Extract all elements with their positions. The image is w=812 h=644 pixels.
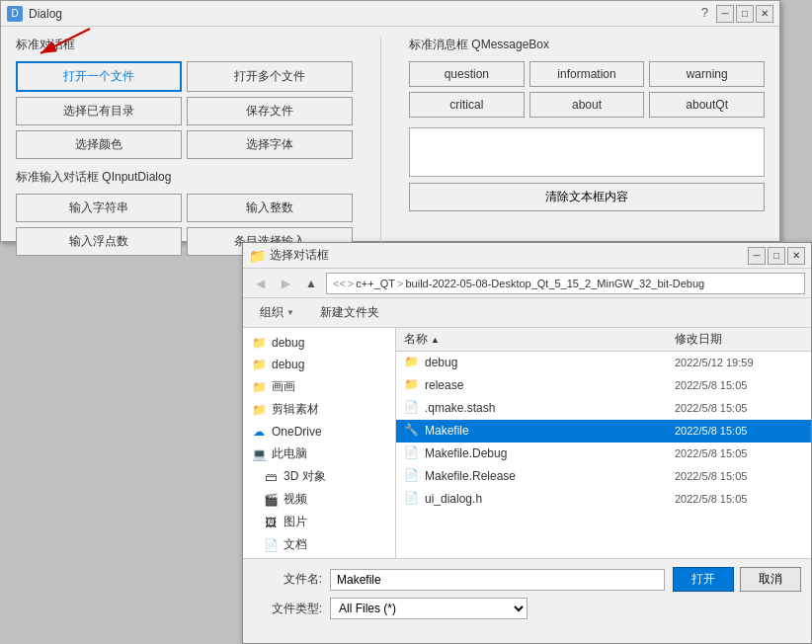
input-string-button[interactable]: 输入字符串 bbox=[16, 194, 182, 222]
file-date-qmake: 2022/5/8 15:05 bbox=[675, 402, 803, 414]
tree-item-debug2[interactable]: 📁 debug bbox=[243, 354, 395, 375]
filename-row: 文件名: 打开 取消 bbox=[253, 567, 801, 592]
question-button[interactable]: question bbox=[409, 61, 525, 87]
input-int-button[interactable]: 输入整数 bbox=[187, 194, 353, 222]
video-icon: 🎬 bbox=[263, 492, 279, 508]
file-dialog-controls: ─ □ ✕ bbox=[748, 247, 805, 265]
path-part-1: << bbox=[333, 278, 346, 289]
address-bar: ◀ ▶ ▲ << > c++_QT > build-2022-05-08-Des… bbox=[243, 269, 811, 298]
open-multi-file-button[interactable]: 打开多个文件 bbox=[187, 61, 353, 92]
nav-tree: 📁 debug 📁 debug 📁 画画 📁 剪辑素材 ☁ OneDrive 💻 bbox=[243, 328, 396, 558]
tree-item-debug1[interactable]: 📁 debug bbox=[243, 332, 395, 354]
tree-label-video: 视频 bbox=[284, 491, 307, 508]
file-row-qmake[interactable]: 📄 .qmake.stash 2022/5/8 15:05 bbox=[396, 397, 811, 420]
file-area: 📁 debug 📁 debug 📁 画画 📁 剪辑素材 ☁ OneDrive 💻 bbox=[243, 328, 811, 558]
file-row-release[interactable]: 📁 release 2022/5/8 15:05 bbox=[396, 374, 811, 397]
file-dialog-maximize[interactable]: □ bbox=[768, 247, 785, 265]
sort-arrow: ▲ bbox=[431, 335, 440, 345]
tree-item-thispc[interactable]: 💻 此电脑 bbox=[243, 443, 395, 465]
open-button[interactable]: 打开 bbox=[673, 567, 734, 592]
information-button[interactable]: information bbox=[529, 61, 645, 87]
forward-button[interactable]: ▶ bbox=[275, 273, 296, 294]
right-panel: 标准消息框 QMessageBox question information w… bbox=[409, 37, 765, 266]
warning-button[interactable]: warning bbox=[649, 61, 765, 87]
file-date-makefile-release: 2022/5/8 15:05 bbox=[675, 470, 803, 482]
tree-item-document[interactable]: 📄 文档 bbox=[243, 533, 395, 556]
tree-label-document: 文档 bbox=[284, 536, 307, 553]
file-row-ui-dialog[interactable]: 📄 ui_dialog.h 2022/5/8 15:05 bbox=[396, 488, 811, 511]
cancel-button[interactable]: 取消 bbox=[740, 567, 801, 592]
tree-item-huahua[interactable]: 📁 画画 bbox=[243, 375, 395, 398]
filetype-label: 文件类型: bbox=[253, 601, 322, 617]
file-icon-ui-dialog: 📄 bbox=[404, 491, 420, 507]
close-button[interactable]: ✕ bbox=[756, 5, 773, 23]
path-part-3: build-2022-05-08-Desktop_Qt_5_15_2_MinGW… bbox=[405, 278, 704, 289]
tree-item-3d[interactable]: 🗃 3D 对象 bbox=[243, 465, 395, 488]
clear-btn-container: 清除文本框内容 bbox=[409, 183, 765, 211]
date-column-header[interactable]: 修改日期 bbox=[675, 331, 803, 348]
file-dialog-minimize[interactable]: ─ bbox=[748, 247, 766, 265]
filename-input[interactable] bbox=[330, 569, 665, 591]
file-name-makefile-release: Makefile.Release bbox=[425, 469, 675, 483]
select-color-button[interactable]: 选择颜色 bbox=[16, 130, 182, 159]
tree-label-jiancan: 剪辑素材 bbox=[272, 401, 319, 418]
new-folder-button[interactable]: 新建文件夹 bbox=[311, 301, 388, 324]
file-icon-makefile: 🔧 bbox=[404, 423, 420, 439]
organize-chevron: ▼ bbox=[286, 308, 294, 317]
tree-label-3d: 3D 对象 bbox=[284, 468, 326, 485]
aboutqt-button[interactable]: aboutQt bbox=[649, 92, 765, 118]
main-dialog-window: D Dialog ? ─ □ ✕ 标准对话框 bbox=[0, 0, 780, 242]
text-area[interactable] bbox=[409, 127, 765, 177]
file-dialog-title-left: 📁 选择对话框 bbox=[249, 247, 329, 264]
file-row-makefile-release[interactable]: 📄 Makefile.Release 2022/5/8 15:05 bbox=[396, 465, 811, 488]
file-row-debug[interactable]: 📁 debug 2022/5/12 19:59 bbox=[396, 352, 811, 374]
file-dialog-title-text: 选择对话框 bbox=[270, 247, 329, 264]
critical-button[interactable]: critical bbox=[409, 92, 525, 118]
tree-label-debug2: debug bbox=[272, 358, 304, 371]
file-name-debug: debug bbox=[425, 356, 675, 369]
file-date-makefile-debug: 2022/5/8 15:05 bbox=[675, 447, 803, 459]
tree-item-download[interactable]: ⬇ 下载 bbox=[243, 556, 395, 558]
text-area-row bbox=[409, 127, 765, 177]
new-folder-label: 新建文件夹 bbox=[320, 304, 379, 321]
back-button[interactable]: ◀ bbox=[249, 273, 271, 294]
organize-button[interactable]: 组织 ▼ bbox=[251, 301, 303, 324]
left-panel: 标准对话框 打开一个文件 打开多个文件 选择已有目录 保存文件 选择颜色 bbox=[16, 37, 353, 266]
name-column-header[interactable]: 名称 ▲ bbox=[404, 331, 675, 348]
file-date-makefile: 2022/5/8 15:05 bbox=[675, 425, 803, 437]
document-icon: 📄 bbox=[263, 537, 279, 553]
input-float-button[interactable]: 输入浮点数 bbox=[16, 227, 182, 256]
select-font-button[interactable]: 选择字体 bbox=[187, 130, 353, 159]
clear-textbox-button[interactable]: 清除文本框内容 bbox=[409, 183, 765, 211]
file-row-makefile[interactable]: 🔧 Makefile 2022/5/8 15:05 bbox=[396, 420, 811, 443]
title-controls: ? ─ □ ✕ bbox=[701, 5, 773, 23]
tree-item-video[interactable]: 🎬 视频 bbox=[243, 488, 395, 511]
tree-item-picture[interactable]: 🖼 图片 bbox=[243, 511, 395, 533]
about-button[interactable]: about bbox=[529, 92, 645, 118]
folder-icon-huahua: 📁 bbox=[251, 379, 267, 395]
filetype-select[interactable]: All Files (*) bbox=[330, 598, 528, 619]
file-name-ui-dialog: ui_dialog.h bbox=[425, 492, 675, 506]
msgbox-buttons-grid: question information warning critical ab… bbox=[409, 61, 765, 118]
help-button[interactable]: ? bbox=[701, 5, 708, 23]
main-window-title: Dialog bbox=[29, 7, 62, 21]
address-path[interactable]: << > c++_QT > build-2022-05-08-Desktop_Q… bbox=[326, 273, 805, 294]
up-button[interactable]: ▲ bbox=[300, 273, 322, 294]
file-date-debug: 2022/5/12 19:59 bbox=[675, 357, 803, 368]
maximize-button[interactable]: □ bbox=[736, 5, 754, 23]
open-one-file-button[interactable]: 打开一个文件 bbox=[16, 61, 182, 92]
minimize-button[interactable]: ─ bbox=[716, 5, 734, 23]
tree-label-onedrive: OneDrive bbox=[272, 425, 322, 439]
tree-item-jiancan[interactable]: 📁 剪辑素材 bbox=[243, 398, 395, 421]
file-icon-qmake: 📄 bbox=[404, 400, 420, 416]
tree-item-onedrive[interactable]: ☁ OneDrive bbox=[243, 421, 395, 443]
path-part-2: c++_QT bbox=[356, 278, 395, 289]
save-file-button[interactable]: 保存文件 bbox=[187, 97, 353, 125]
main-title-bar: D Dialog ? ─ □ ✕ bbox=[1, 1, 779, 27]
filename-label: 文件名: bbox=[253, 571, 322, 588]
standard-buttons-grid: 打开一个文件 打开多个文件 选择已有目录 保存文件 选择颜色 选择字体 bbox=[16, 61, 353, 159]
file-dialog-close[interactable]: ✕ bbox=[787, 247, 805, 265]
file-row-makefile-debug[interactable]: 📄 Makefile.Debug 2022/5/8 15:05 bbox=[396, 443, 811, 465]
select-dir-button[interactable]: 选择已有目录 bbox=[16, 97, 182, 125]
file-icon-makefile-debug: 📄 bbox=[404, 445, 420, 461]
